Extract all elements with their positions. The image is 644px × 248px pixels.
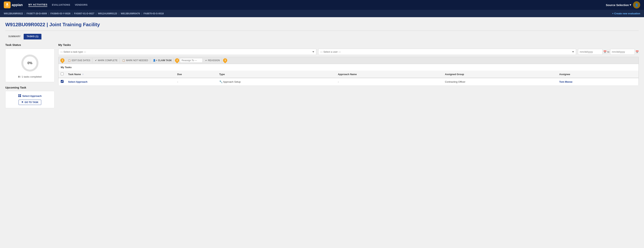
row-task-name-cell: Select Approach [66, 78, 175, 86]
mark-not-needed-label: MARK NOT NEEDED [126, 59, 148, 62]
tasks-completed-num: 0 [18, 75, 20, 78]
right-panel: My Tasks --- Select a task type --- --- … [58, 43, 639, 108]
task-count-text: 0 / 1 tasks completed [18, 75, 42, 78]
table-header-row: Task Name ↑ Due Type Approach Name Assig… [58, 71, 639, 78]
tasks-total-num: 1 [22, 75, 23, 78]
row-assigned-group-cell: Contracting Officer [443, 78, 557, 86]
reassign-button[interactable]: ↩ REASSIGN [204, 58, 222, 63]
task-type-filter[interactable]: --- Select a task type --- [58, 49, 316, 55]
th-checkbox [58, 71, 66, 78]
select-all-checkbox[interactable] [61, 72, 64, 75]
go-to-task-button[interactable]: ⚑ GO TO TASK [18, 100, 42, 105]
date-separator: to [607, 50, 610, 53]
my-tasks-title: My Tasks [58, 43, 639, 46]
svg-rect-6 [18, 96, 20, 97]
breadcrumb-sep-4: | [96, 12, 96, 15]
badge-3-wrapper: 3 [223, 58, 227, 62]
row-assignee-cell: Tom Meese [557, 78, 639, 86]
calendar-from-icon[interactable]: 📅 [603, 50, 606, 53]
grid-icon [18, 94, 21, 98]
date-from-input[interactable] [578, 49, 602, 55]
appian-logo-icon [4, 1, 10, 8]
breadcrumb-item-3[interactable]: FA5845-03-Y-0026 [50, 12, 70, 15]
action-row: 1 📋 EDIT DUE DATES ✔ MARK COMPLETE 📋 MAR… [58, 57, 639, 64]
tab-summary[interactable]: SUMMARY [5, 34, 24, 39]
page-content: W912BU09R0022 | Joint Training Facility … [0, 17, 644, 246]
th-assigned-group: Assigned Group [443, 71, 557, 78]
row-assignee-link[interactable]: Tom Meese [559, 80, 572, 83]
row-approach-name-cell: - [336, 78, 443, 86]
reassign-label: REASSIGN [208, 59, 220, 62]
edit-due-dates-label: EDIT DUE DATES [72, 59, 90, 62]
mark-not-needed-button[interactable]: 📋 MARK NOT NEEDED [120, 58, 150, 63]
source-selection-button[interactable]: Source Selection ▾ [606, 3, 631, 6]
breadcrumb-item-6[interactable]: W813BU09R0476 [121, 12, 140, 15]
step-badge-1: 1 [60, 57, 65, 63]
nav-links: MY ACTIVITIES EVALUATIONS VENDORS [28, 3, 606, 7]
user-filter[interactable]: --- Select a user --- [318, 49, 576, 55]
calendar-to-icon[interactable]: 📅 [636, 50, 639, 53]
top-nav: appian MY ACTIVITIES EVALUATIONS VENDORS… [0, 0, 644, 10]
upcoming-task-link[interactable]: Select Approach [18, 94, 42, 98]
th-due: Due [175, 71, 217, 78]
source-selection-label: Source Selection [606, 3, 629, 6]
row-due-cell: - [175, 78, 217, 86]
breadcrumb-sep-5: | [118, 12, 119, 15]
step-badge-3: 3 [222, 57, 228, 63]
th-approach-name: Approach Name [336, 71, 443, 78]
row-checkbox[interactable] [61, 80, 64, 83]
breadcrumb-item-1[interactable]: W912BU09R0022 [4, 12, 23, 15]
step-badge-2: 2 [174, 57, 180, 63]
svg-rect-4 [18, 94, 20, 96]
nav-right: Source Selection ▾ 👤 [606, 1, 640, 8]
avatar[interactable]: 👤 [633, 1, 640, 8]
appian-logo[interactable]: appian [4, 1, 23, 8]
breadcrumb: W912BU09R0022 | FA5877-20-D-0009 | FA584… [4, 12, 164, 15]
task-status-card: 0% 0 / 1 tasks completed [5, 49, 54, 82]
appian-logo-text: appian [12, 3, 23, 7]
claim-task-button[interactable]: 👤+ CLAIM TASK [151, 58, 174, 63]
upcoming-task-name: Select Approach [22, 95, 42, 97]
date-to-input[interactable] [610, 49, 635, 55]
nav-my-activities[interactable]: MY ACTIVITIES [28, 3, 47, 7]
th-type: Type [217, 71, 336, 78]
step-badge-3-label: 3 [224, 59, 226, 62]
svg-rect-1 [6, 5, 9, 6]
mark-complete-button[interactable]: ✔ MARK COMPLETE [93, 58, 120, 63]
breadcrumb-item-4[interactable]: FA5007-01-D-0027 [74, 12, 94, 15]
upcoming-card: Select Approach ⚑ GO TO TASK [5, 91, 54, 108]
tasks-suffix: tasks completed [24, 75, 42, 78]
claim-task-label: CLAIM TASK [158, 59, 172, 62]
chevron-down-icon: ▾ [630, 3, 631, 6]
breadcrumb-item-2[interactable]: FA5877-20-D-0009 [27, 12, 47, 15]
nav-vendors[interactable]: VENDORS [75, 3, 88, 6]
tasks-total-sep: / [20, 75, 22, 78]
edit-due-dates-button[interactable]: 📋 EDIT DUE DATES [66, 58, 92, 63]
donut-chart: 0% [20, 53, 40, 73]
nav-evaluations[interactable]: EVALUATIONS [52, 3, 70, 6]
sort-icon[interactable]: ↑ [82, 73, 84, 76]
create-evaluation-button[interactable]: + Create new evaluation [612, 12, 640, 15]
row-type-cell: 🔧 Approach Setup [217, 78, 336, 86]
reassign-input[interactable] [180, 58, 202, 63]
row-checkbox-cell [58, 78, 66, 86]
tab-tasks[interactable]: TASKS (1) [24, 34, 42, 39]
avatar-initials: 👤 [635, 3, 638, 7]
main-layout: Task Status 0% 0 / 1 tasks completed [5, 43, 639, 108]
breadcrumb-item-5[interactable]: W912AU09R0123 [98, 12, 117, 15]
th-task-name: Task Name ↑ [66, 71, 175, 78]
table-section-header: My Tasks [58, 64, 639, 71]
check-icon: ✔ [95, 59, 97, 62]
th-assignee: Assignee [557, 71, 639, 78]
breadcrumb-sep-2: | [48, 12, 49, 15]
step-badge-1-label: 1 [62, 59, 63, 62]
svg-rect-2 [6, 6, 8, 6]
row-task-name-link[interactable]: Select Approach [68, 80, 88, 83]
table-row: Select Approach - 🔧 Approach Setup - Con… [58, 78, 639, 86]
breadcrumb-bar: W912BU09R0022 | FA5877-20-D-0009 | FA584… [0, 10, 644, 17]
task-status-title: Task Status [5, 43, 54, 46]
badge-1-wrapper: 1 [60, 58, 64, 62]
tabs: SUMMARY TASKS (1) [5, 34, 639, 39]
breadcrumb-item-7[interactable]: FA8870-03-S-0018 [144, 12, 164, 15]
step-badge-2-label: 2 [176, 59, 178, 62]
